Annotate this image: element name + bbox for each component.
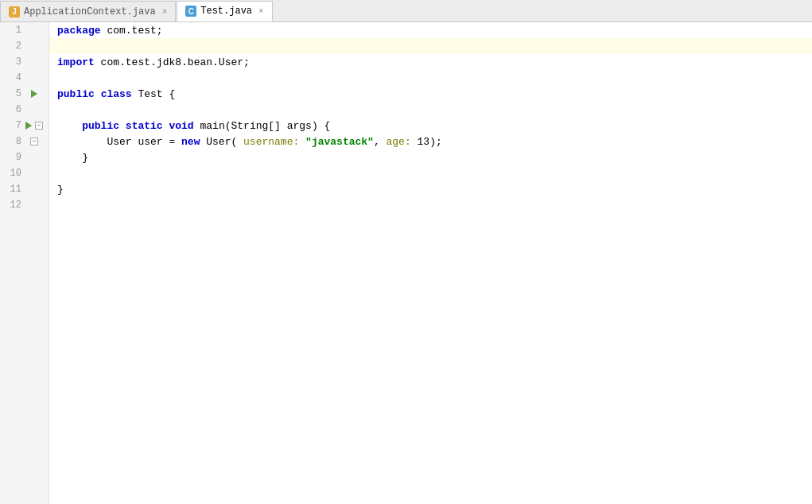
tab-label-application-context: ApplicationContext.java [24, 6, 156, 17]
gutter-icon-7[interactable]: − [28, 122, 41, 130]
line-number-10: 10 [0, 168, 28, 179]
line-number-2: 2 [0, 41, 28, 52]
code-line-7: public static void main(String[] args) { [49, 118, 812, 134]
gutter-row-2: 2 [0, 38, 49, 54]
gutter-icon-8[interactable]: − [28, 138, 41, 145]
line-number-3: 3 [0, 56, 28, 68]
token-normal [95, 88, 101, 100]
gutter-row-10: 10 [0, 165, 49, 181]
tab-bar: JApplicationContext.java×CTest.java× [0, 0, 812, 22]
line-number-4: 4 [0, 72, 28, 83]
run-arrow-icon[interactable] [25, 122, 32, 130]
tab-close-test-java[interactable]: × [258, 6, 264, 16]
token-normal [119, 120, 126, 132]
token-kw: new [181, 136, 200, 148]
line-number-6: 6 [0, 104, 28, 115]
line-number-5: 5 [0, 88, 28, 99]
code-line-4 [49, 70, 812, 86]
token-normal: } [57, 184, 64, 196]
line-gutter: 1234567−8−9101112 [0, 22, 49, 504]
gutter-row-6: 6 [0, 102, 49, 118]
gutter-row-4: 4 [0, 70, 49, 86]
token-normal [299, 136, 305, 148]
editor: 1234567−8−9101112 package com.test;impor… [0, 22, 812, 504]
fold-close-icon[interactable]: − [30, 138, 38, 145]
token-normal [163, 120, 169, 132]
code-line-6 [49, 102, 812, 118]
token-kw: static [126, 120, 163, 132]
line-number-1: 1 [0, 25, 28, 36]
code-line-2 [49, 38, 812, 54]
line-number-9: 9 [0, 152, 28, 163]
gutter-row-8: 8− [0, 134, 49, 149]
code-area[interactable]: package com.test;import com.test.jdk8.be… [49, 22, 812, 504]
token-kw: public [57, 120, 119, 132]
token-named-param: username: [243, 136, 299, 148]
token-normal: User user = [57, 136, 181, 148]
gutter-row-7: 7− [0, 118, 49, 134]
token-kw: class [101, 88, 132, 100]
code-line-12 [49, 197, 812, 213]
token-kw: public [57, 88, 95, 100]
token-string: "javastack" [305, 136, 374, 148]
token-normal: } [57, 152, 88, 164]
code-line-5: public class Test { [49, 86, 812, 102]
tab-icon-application-context: J [9, 6, 20, 17]
gutter-row-1: 1 [0, 22, 49, 38]
tab-application-context[interactable]: JApplicationContext.java× [0, 1, 176, 21]
line-number-11: 11 [0, 184, 28, 195]
line-number-7: 7 [0, 120, 28, 131]
line-number-8: 8 [0, 136, 28, 147]
code-line-11: } [49, 181, 812, 197]
code-line-10 [49, 165, 812, 181]
code-line-3: import com.test.jdk8.bean.User; [49, 54, 812, 70]
tab-test-java[interactable]: CTest.java× [177, 1, 272, 21]
fold-open-icon[interactable]: − [35, 122, 43, 130]
token-normal: Test { [132, 88, 176, 100]
code-line-8: User user = new User( username: "javasta… [49, 134, 812, 149]
token-normal: 13); [411, 136, 442, 148]
gutter-row-3: 3 [0, 54, 49, 70]
tab-icon-test-java: C [185, 6, 196, 17]
gutter-icon-5[interactable] [28, 90, 41, 98]
gutter-row-12: 12 [0, 197, 49, 213]
gutter-row-11: 11 [0, 181, 49, 197]
token-normal: main(String[] args) { [194, 120, 331, 132]
token-normal: User( [200, 136, 243, 148]
token-normal: , [374, 136, 387, 148]
tab-close-application-context[interactable]: × [162, 7, 168, 17]
gutter-row-5: 5 [0, 86, 49, 102]
token-normal: com.test.jdk8.bean.User; [95, 56, 250, 68]
token-kw: import [57, 56, 95, 68]
token-kw: package [57, 25, 101, 37]
token-normal: com.test; [101, 25, 163, 37]
gutter-row-9: 9 [0, 149, 49, 165]
tab-label-test-java: Test.java [200, 6, 252, 17]
line-number-12: 12 [0, 200, 28, 211]
token-kw: void [169, 120, 193, 132]
run-arrow-icon[interactable] [31, 90, 37, 98]
code-line-9: } [49, 149, 812, 165]
code-line-1: package com.test; [49, 22, 812, 38]
code-lines: package com.test;import com.test.jdk8.be… [49, 22, 812, 213]
token-named-param: age: [387, 136, 411, 148]
